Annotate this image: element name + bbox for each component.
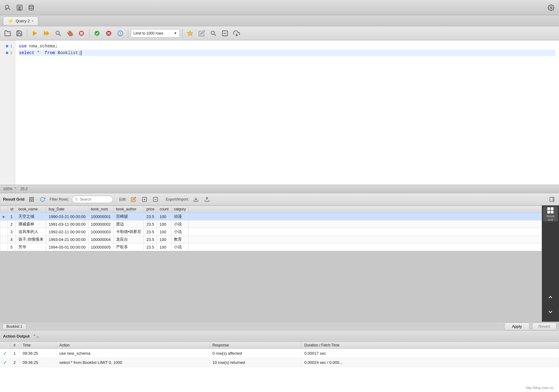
cell-count: 100: [157, 236, 171, 243]
code-editor[interactable]: 1 2 use new_schema; select *: [0, 40, 559, 185]
query-icon[interactable]: [15, 3, 24, 13]
open-file-btn[interactable]: [2, 28, 13, 39]
action-col-response: Response: [209, 342, 301, 349]
db-icon[interactable]: [26, 3, 36, 13]
filter-search-input[interactable]: [80, 197, 110, 202]
cell-catgory: 小说: [171, 220, 188, 228]
scroll-up-btn[interactable]: [543, 290, 558, 305]
query-tab[interactable]: ⚡ Query 2 ×: [3, 17, 38, 25]
cell-count: 100: [157, 243, 171, 251]
edit-row-btn[interactable]: [129, 195, 137, 203]
cursor-position: 25:2: [21, 187, 28, 191]
revert-button[interactable]: Revert: [532, 323, 557, 330]
table-row[interactable]: 3 追风筝的人 1992-02-11 00:00:00 100000003 卡勒…: [0, 228, 542, 236]
code-text-star: *: [34, 50, 45, 55]
export-data-btn[interactable]: [192, 195, 200, 203]
code-area[interactable]: use new_schema; select * from Booklist;: [15, 40, 559, 185]
line-num-2: 2: [0, 50, 15, 56]
table-row[interactable]: 4 孩子,你慢慢来 1993-04-21 00:00:00 100000004 …: [0, 236, 542, 243]
cell-id: 1: [8, 213, 16, 220]
action-table-row: ✓ 1 09:36:25 use new_schema 0 row(s) aff…: [0, 349, 559, 358]
cell-book-name: 芳华: [16, 243, 46, 251]
table-header-row: id book_name buy_Date book_num book_auth…: [0, 206, 542, 213]
result-grid-tab[interactable]: Result Grid: [3, 197, 24, 202]
import-data-btn[interactable]: [203, 195, 211, 203]
watermark: http://blog.csdn.co...: [526, 386, 556, 390]
booklist-tab[interactable]: Booklist 1: [2, 324, 26, 330]
scroll-down-btn[interactable]: [543, 305, 558, 319]
apply-button[interactable]: Apply: [504, 323, 530, 330]
action-num: 1: [10, 349, 20, 358]
toggle-sidebar-btn[interactable]: [548, 195, 556, 203]
edit2-btn[interactable]: [197, 28, 207, 39]
action-response: 10 row(s) returned: [209, 358, 301, 367]
add-row-btn[interactable]: [141, 195, 148, 203]
cell-catgory: 小说: [171, 228, 188, 236]
col-count[interactable]: count: [157, 206, 171, 213]
refresh-btn[interactable]: [39, 195, 47, 203]
toolbar-separator-3: [128, 29, 128, 38]
cell-count: 100: [157, 228, 171, 236]
find-replace-btn[interactable]: [53, 28, 63, 39]
tab-close-btn[interactable]: ×: [32, 19, 33, 23]
cell-book-num: 100000004: [88, 236, 113, 243]
filter-search-box[interactable]: [72, 196, 113, 203]
action-status-icon: ✓: [0, 349, 10, 358]
col-book-num[interactable]: book_num: [88, 206, 113, 213]
toolbar-separator-2: [89, 29, 89, 38]
col-catgory[interactable]: catgory: [171, 206, 188, 213]
cancel-btn[interactable]: [103, 28, 114, 39]
result-grid-sidebar-btn[interactable]: Result Grid: [543, 207, 558, 221]
svg-line-34: [77, 200, 78, 201]
col-id[interactable]: id: [8, 206, 16, 213]
svg-line-1: [8, 8, 10, 9]
col-price[interactable]: price: [144, 206, 157, 213]
cell-book-author: 渡边: [113, 220, 144, 228]
cell-book-author: 宫崎骏: [113, 213, 144, 220]
editor-section: 1 2 use new_schema; select *: [0, 40, 559, 193]
cell-buy-date: 1994-05-01 00:00:00: [46, 243, 88, 251]
col-book-name[interactable]: book_name: [16, 206, 46, 213]
stop-btn[interactable]: [76, 28, 87, 39]
action-time: 09:36:25: [20, 358, 56, 367]
row-arrow: [0, 236, 8, 243]
search-icon: [75, 198, 78, 201]
data-table-scroll[interactable]: id book_name buy_Date book_num book_auth…: [0, 205, 542, 322]
delete-row-btn[interactable]: [152, 195, 159, 203]
tab-bar: ⚡ Query 2 ×: [0, 15, 559, 26]
table-row[interactable]: 2 挪威森林 1991-03-11 00:00:00 100000002 渡边 …: [0, 220, 542, 228]
grid-view-btn[interactable]: [28, 195, 36, 203]
wrap-btn[interactable]: [220, 28, 230, 39]
svg-rect-16: [80, 32, 82, 34]
save-btn[interactable]: [14, 28, 24, 39]
action-duration: 0.00024 sec / 0.000...: [301, 358, 559, 367]
run-all-btn[interactable]: [41, 28, 52, 39]
star-btn[interactable]: [185, 28, 195, 39]
col-buy-date[interactable]: buy_Date: [46, 206, 88, 213]
zoom-control[interactable]: 100% ⌃: [3, 187, 17, 191]
cell-book-num: 100000002: [88, 220, 113, 228]
svg-text:i: i: [120, 31, 121, 35]
search-files-icon[interactable]: [3, 3, 13, 13]
cell-book-author: 卡勒德•胡赛尼: [113, 228, 144, 236]
hand-btn[interactable]: [65, 28, 75, 39]
col-book-author[interactable]: book_author: [113, 206, 144, 213]
run-btn[interactable]: [30, 28, 40, 39]
export-btn[interactable]: [231, 28, 242, 39]
info-btn[interactable]: i: [115, 28, 126, 39]
action-header-row: # Time Action Response Duration / Fetch …: [0, 342, 559, 349]
action-section: Action Output ⌃⌄ # Time Action Response …: [0, 331, 559, 392]
col-arrow: [0, 206, 8, 213]
action-output-toggle[interactable]: ⌃⌄: [32, 332, 40, 340]
table-row[interactable]: 5 芳华 1994-05-01 00:00:00 100000005 严歌苓 2…: [0, 243, 542, 251]
col-empty: [189, 206, 542, 213]
action-output-body[interactable]: # Time Action Response Duration / Fetch …: [0, 342, 559, 392]
limit-select[interactable]: Limit to 1000 rows ▼: [131, 29, 180, 38]
search2-btn[interactable]: [208, 28, 219, 39]
table-row[interactable]: ▶ 1 天空之城 1990-03-21 00:00:00 100000001 宫…: [0, 213, 542, 220]
check-btn[interactable]: [92, 28, 102, 39]
svg-rect-46: [547, 211, 550, 213]
settings-icon[interactable]: [546, 3, 556, 13]
cell-price: 23.5: [144, 213, 157, 220]
top-toolbar: [0, 0, 559, 15]
